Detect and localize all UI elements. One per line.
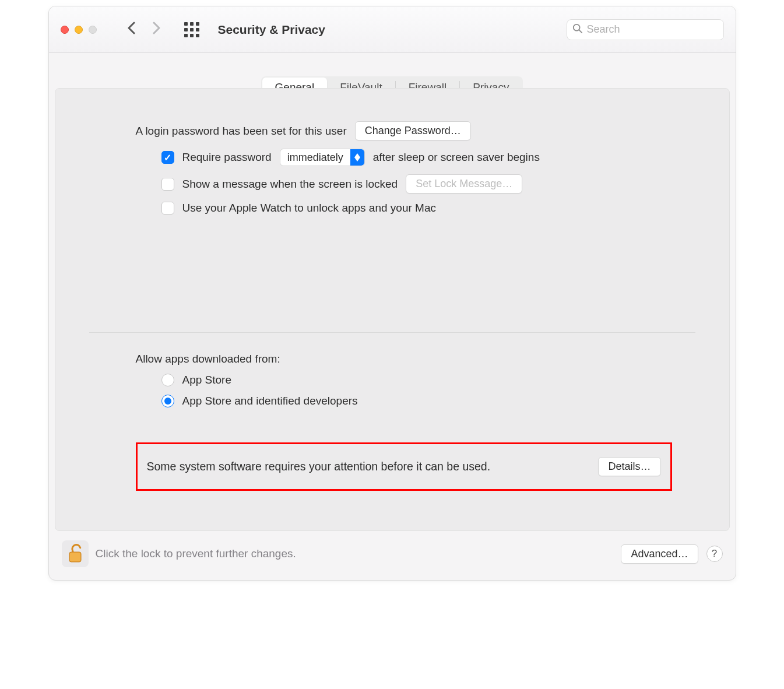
toolbar: Security & Privacy (49, 6, 736, 53)
advanced-button[interactable]: Advanced… (621, 544, 698, 564)
back-button[interactable] (122, 18, 140, 41)
search-icon (572, 23, 583, 36)
window-title: Security & Privacy (218, 23, 325, 37)
svg-marker-3 (354, 157, 360, 161)
svg-point-0 (573, 24, 579, 30)
chevron-right-icon (153, 22, 161, 34)
radio-identified-developers[interactable] (161, 395, 174, 407)
svg-marker-2 (354, 153, 360, 157)
show-message-checkbox[interactable] (161, 178, 174, 191)
general-panel: A login password has been set for this u… (55, 88, 730, 531)
lock-hint-text: Click the lock to prevent further change… (96, 547, 296, 560)
apple-watch-checkbox[interactable] (161, 202, 174, 215)
search-input[interactable] (567, 19, 724, 40)
system-preferences-window: Security & Privacy General FileVault Fir… (48, 6, 736, 581)
minimize-window-icon[interactable] (75, 26, 83, 34)
require-password-delay-select[interactable]: immediately (280, 149, 365, 166)
search-field-wrap (567, 19, 724, 40)
attention-highlight: Some system software requires your atten… (136, 442, 672, 491)
forward-button (148, 18, 166, 41)
apple-watch-label: Use your Apple Watch to unlock apps and … (182, 202, 436, 215)
lock-button[interactable] (62, 540, 89, 567)
show-message-label: Show a message when the screen is locked (182, 178, 398, 191)
help-button[interactable]: ? (706, 546, 723, 562)
set-lock-message-button: Set Lock Message… (406, 174, 522, 194)
login-password-text: A login password has been set for this u… (136, 125, 347, 138)
allow-apps-heading: Allow apps downloaded from: (136, 353, 280, 365)
change-password-button[interactable]: Change Password… (355, 121, 471, 140)
unlocked-lock-icon (67, 544, 83, 564)
divider (89, 332, 695, 333)
show-all-prefs-button[interactable] (184, 22, 199, 37)
traffic-lights (61, 26, 97, 34)
select-stepper-icon (350, 149, 364, 166)
require-password-label-post: after sleep or screen saver begins (373, 151, 540, 164)
close-window-icon[interactable] (61, 26, 69, 34)
attention-text: Some system software requires your atten… (147, 460, 491, 473)
footer: Click the lock to prevent further change… (49, 531, 736, 580)
radio-app-store-label: App Store (182, 374, 232, 386)
require-password-checkbox[interactable]: ✓ (161, 151, 174, 164)
details-button[interactable]: Details… (598, 457, 660, 476)
content: General FileVault Firewall Privacy A log… (49, 53, 736, 531)
svg-line-1 (579, 30, 582, 33)
svg-rect-5 (70, 553, 80, 561)
chevron-left-icon (127, 22, 135, 34)
select-value: immediately (280, 152, 350, 164)
require-password-label-pre: Require password (182, 151, 272, 164)
zoom-window-icon (89, 26, 97, 34)
radio-app-store[interactable] (161, 374, 174, 386)
radio-identified-label: App Store and identified developers (182, 395, 358, 407)
